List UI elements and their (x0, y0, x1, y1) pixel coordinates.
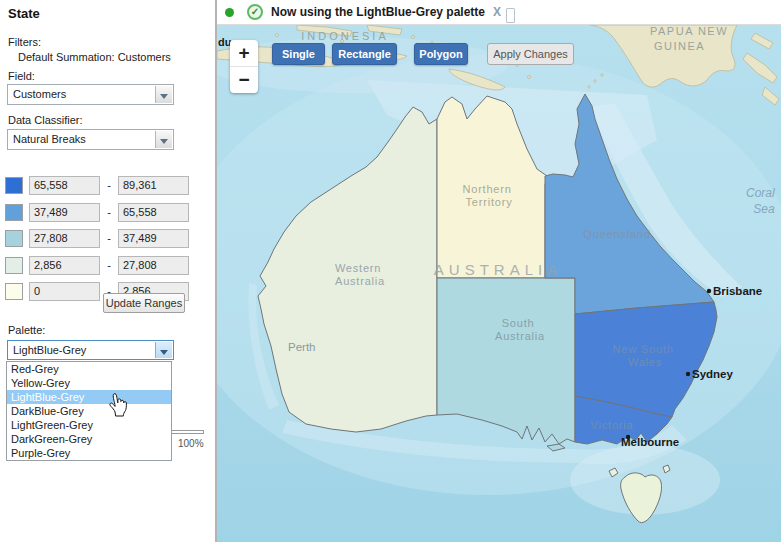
palette-select-value: LightBlue-Grey (13, 341, 153, 360)
zoom-in-button[interactable]: + (230, 40, 258, 66)
range-color-swatch (5, 283, 23, 300)
svg-text:AUSTRALIA: AUSTRALIA (434, 261, 562, 278)
zoom-control: + − (230, 40, 258, 93)
text-caret-icon (506, 8, 515, 23)
range-separator: - (103, 256, 115, 275)
chevron-down-icon[interactable] (155, 86, 172, 103)
svg-text:Western Australia: Western Australia (335, 262, 385, 287)
rectangle-select-button[interactable]: Rectangle (332, 43, 397, 65)
field-label: Field: (8, 70, 35, 82)
palette-option-selected[interactable]: LightBlue-Grey (7, 390, 171, 404)
svg-text:Northern Territory: Northern Territory (462, 183, 515, 208)
filters-label: Filters: (8, 36, 41, 48)
chevron-down-icon[interactable] (155, 131, 172, 148)
status-dot-icon (225, 8, 234, 17)
palette-option[interactable]: DarkBlue-Grey (7, 404, 171, 418)
palette-option[interactable]: Purple-Grey (7, 446, 171, 460)
apply-changes-button[interactable]: Apply Changes (487, 43, 574, 65)
range-min-input[interactable]: 27,808 (29, 229, 100, 248)
range-row: 27,808 - 37,489 (0, 229, 215, 249)
palette-label: Palette: (8, 324, 45, 336)
range-row: 37,489 - 65,558 (0, 203, 215, 223)
range-row: 2,856 - 27,808 (0, 256, 215, 276)
zoom-out-button[interactable]: − (230, 66, 258, 92)
range-min-input[interactable]: 2,856 (29, 256, 100, 275)
palette-option[interactable]: DarkGreen-Grey (7, 432, 171, 446)
svg-text:South Australia: South Australia (495, 317, 545, 342)
opacity-value: 100% (178, 438, 204, 449)
range-separator: - (103, 203, 115, 222)
app-window: State Filters: Default Summation: Custom… (0, 0, 781, 542)
range-row: 65,558 - 89,361 (0, 176, 215, 196)
field-select-value: Customers (13, 85, 153, 104)
range-max-input[interactable]: 89,361 (118, 176, 189, 195)
range-max-input[interactable]: 37,489 (118, 229, 189, 248)
polygon-select-button[interactable]: Polygon (414, 43, 468, 65)
range-separator: - (103, 176, 115, 195)
success-check-icon: ✓ (247, 4, 263, 20)
city-label-brisbane: Brisbane (713, 285, 762, 297)
classifier-select[interactable]: Natural Breaks (7, 129, 174, 150)
palette-option[interactable]: Red-Grey (7, 362, 171, 376)
field-select[interactable]: Customers (7, 84, 174, 105)
classifier-label: Data Classifier: (8, 114, 83, 126)
svg-text:INDONESIA: INDONESIA (301, 30, 389, 42)
range-min-input[interactable]: 65,558 (29, 176, 100, 195)
notification-message: Now using the LightBlue-Grey palette (271, 5, 485, 19)
filters-value: Default Summation: Customers (18, 51, 171, 63)
layer-config-panel: State Filters: Default Summation: Custom… (0, 0, 215, 542)
map-viewport[interactable]: INDONESIA PAPUA NEW GUINEA Coral Sea AUS… (217, 25, 781, 542)
range-separator: - (103, 229, 115, 248)
range-color-swatch (5, 204, 23, 221)
palette-select[interactable]: LightBlue-Grey (7, 340, 174, 360)
brisbane-dot (707, 289, 711, 293)
svg-text:Victoria: Victoria (591, 419, 634, 431)
single-select-button[interactable]: Single (272, 43, 325, 65)
svg-text:Queensland: Queensland (583, 228, 650, 240)
city-label-sydney: Sydney (692, 368, 734, 380)
city-label-melbourne: Melbourne (621, 436, 679, 448)
palette-dropdown-list: Red-Grey Yellow-Grey LightBlue-Grey Dark… (6, 361, 172, 461)
palette-option[interactable]: LightGreen-Grey (7, 418, 171, 432)
chevron-down-icon[interactable] (155, 342, 172, 358)
range-color-swatch (5, 177, 23, 194)
update-ranges-button[interactable]: Update Ranges (103, 293, 185, 313)
classifier-select-value: Natural Breaks (13, 130, 153, 149)
range-max-input[interactable]: 65,558 (118, 203, 189, 222)
notification-bar: ✓ Now using the LightBlue-Grey palette X (217, 0, 781, 25)
close-icon[interactable]: X (493, 5, 501, 19)
sydney-dot (686, 372, 690, 376)
range-color-swatch (5, 257, 23, 274)
palette-option[interactable]: Yellow-Grey (7, 376, 171, 390)
range-max-input[interactable]: 27,808 (118, 256, 189, 275)
range-min-input[interactable]: 0 (29, 282, 100, 301)
range-color-swatch (5, 230, 23, 247)
hand-cursor-icon (106, 391, 134, 421)
page-title: State (8, 6, 40, 21)
range-min-input[interactable]: 37,489 (29, 203, 100, 222)
city-label-perth: Perth (288, 341, 316, 353)
map-canvas: INDONESIA PAPUA NEW GUINEA Coral Sea AUS… (217, 25, 781, 542)
